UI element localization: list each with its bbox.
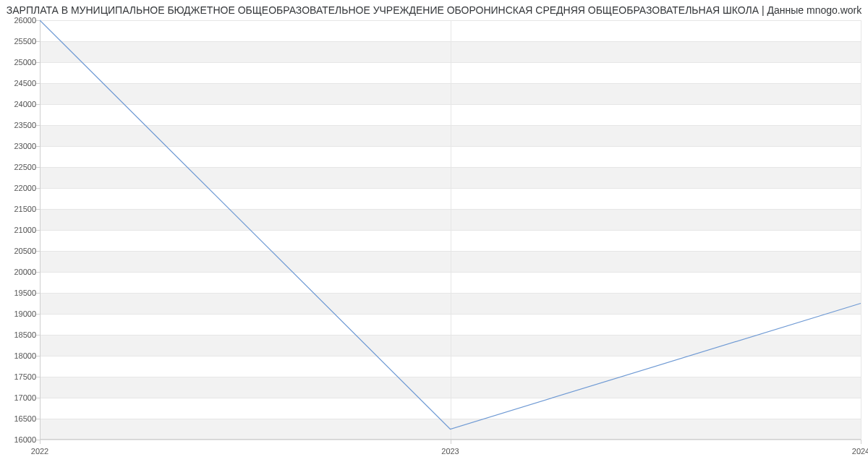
chart-title: ЗАРПЛАТА В МУНИЦИПАЛЬНОЕ БЮДЖЕТНОЕ ОБЩЕО… — [0, 4, 868, 16]
x-tick — [861, 440, 861, 444]
y-tick-label: 19500 — [14, 289, 36, 297]
x-tick-label: 2024 — [852, 447, 868, 456]
y-tick-label: 19000 — [14, 309, 36, 318]
y-tick-label: 25000 — [14, 58, 36, 67]
y-tick-label: 20500 — [14, 247, 36, 255]
x-tick-label: 2022 — [31, 447, 48, 456]
x-tick-label: 2023 — [441, 447, 459, 456]
chart-container: ЗАРПЛАТА В МУНИЦИПАЛЬНОЕ БЮДЖЕТНОЕ ОБЩЕО… — [0, 0, 868, 470]
y-tick-label: 18000 — [14, 351, 36, 360]
line-layer — [40, 20, 861, 440]
plot-area — [40, 20, 861, 440]
y-tick-label: 22000 — [14, 184, 36, 192]
y-tick-label: 16500 — [14, 414, 36, 423]
y-tick-label: 25500 — [14, 37, 36, 46]
y-tick-label: 18500 — [14, 330, 36, 339]
y-tick-label: 26000 — [14, 16, 36, 25]
y-tick-label: 21500 — [14, 205, 36, 213]
x-tick — [451, 440, 451, 444]
y-tick-label: 24500 — [14, 79, 36, 87]
y-tick-label: 17000 — [14, 393, 36, 402]
y-tick-label: 16000 — [14, 435, 36, 444]
y-tick-label: 24000 — [14, 100, 36, 108]
y-tick-label: 23500 — [14, 121, 36, 129]
y-tick-label: 20000 — [14, 268, 36, 276]
y-tick-label: 22500 — [14, 163, 36, 171]
y-tick-label: 21000 — [14, 226, 36, 234]
series-line — [40, 20, 861, 430]
y-tick-label: 17500 — [14, 372, 36, 381]
y-tick-label: 23000 — [14, 142, 36, 150]
x-gridline — [861, 20, 861, 440]
x-tick — [40, 440, 41, 444]
